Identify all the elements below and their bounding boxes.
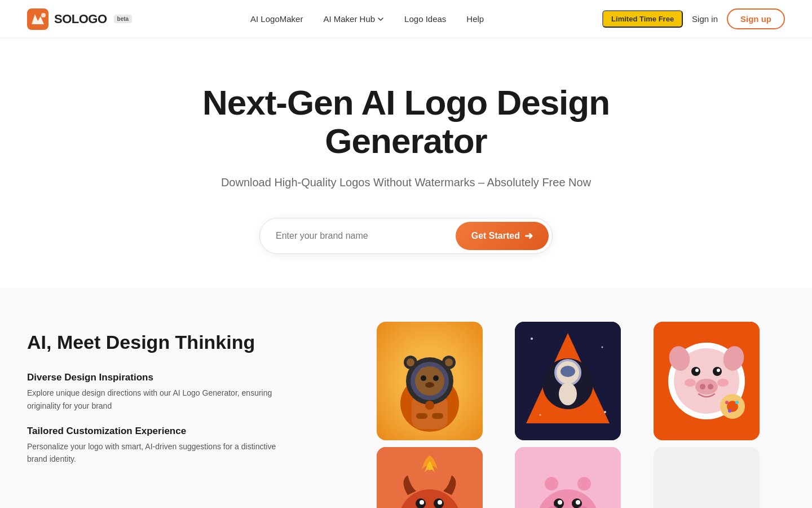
limited-time-badge[interactable]: Limited Time Free [602, 10, 683, 28]
svg-point-36 [695, 379, 718, 395]
svg-point-63 [577, 477, 591, 491]
feature-item-tailored: Tailored Customization Experience Person… [27, 426, 343, 466]
svg-rect-17 [432, 413, 443, 419]
nav-links: AI LogoMaker AI Maker Hub Logo Ideas Hel… [250, 14, 484, 24]
feature-desc-tailored: Personalize your logo with smart, AI-dri… [27, 440, 298, 466]
svg-point-8 [421, 375, 426, 381]
svg-point-37 [700, 384, 705, 389]
nav-link-help[interactable]: Help [466, 14, 484, 24]
svg-point-47 [717, 379, 729, 387]
svg-point-27 [540, 414, 541, 416]
svg-point-1 [41, 13, 46, 17]
svg-point-53 [438, 500, 442, 505]
hero-subtitle: Download High-Quality Logos Without Wate… [221, 174, 591, 191]
signin-link[interactable]: Sign in [692, 14, 718, 24]
svg-point-45 [728, 409, 731, 413]
brand-name: SOLOGO [54, 12, 107, 27]
logo-card-placeholder [654, 447, 760, 508]
logo-card-bear [377, 322, 483, 440]
svg-rect-0 [27, 8, 48, 30]
pig-mascot-svg [654, 322, 760, 440]
svg-point-24 [561, 366, 575, 377]
logo-card-grid [343, 322, 785, 508]
logo-card-bull [377, 447, 483, 508]
hero-section: Next-Gen AI Logo Design Generator Downlo… [0, 38, 812, 288]
nav-actions: Limited Time Free Sign in Sign up [602, 8, 785, 29]
brand-search-bar: Get Started ➜ [259, 218, 553, 254]
hero-title: Next-Gen AI Logo Design Generator [164, 84, 648, 160]
features-section: AI, Meet Design Thinking Diverse Design … [0, 288, 812, 508]
features-title: AI, Meet Design Thinking [27, 331, 343, 354]
signup-button[interactable]: Sign up [727, 8, 785, 29]
nav-logo-area: SOLOGO beta [27, 8, 132, 30]
logo-card-pig [654, 322, 760, 440]
nav-link-ai-maker-hub[interactable]: AI Maker Hub [323, 14, 384, 24]
svg-point-7 [415, 366, 444, 396]
svg-point-25 [531, 338, 533, 340]
svg-point-23 [559, 383, 577, 405]
logo-card-pink [515, 447, 621, 508]
svg-point-46 [685, 379, 696, 387]
svg-point-52 [420, 500, 424, 505]
svg-point-10 [425, 382, 434, 388]
beta-badge: beta [114, 15, 133, 23]
nav-link-logo-ideas[interactable]: Logo Ideas [404, 14, 446, 24]
nav-link-ai-logomaker[interactable]: AI LogoMaker [250, 14, 303, 24]
svg-point-34 [695, 369, 699, 372]
bear-mascot-svg [377, 322, 483, 440]
astronaut-a-svg [515, 322, 621, 440]
bull-mascot-svg [377, 447, 483, 508]
svg-point-61 [576, 500, 580, 505]
feature-title-tailored: Tailored Customization Experience [27, 426, 343, 437]
feature-title-diverse: Diverse Design Inspirations [27, 372, 343, 383]
svg-point-26 [602, 347, 603, 348]
svg-point-15 [425, 401, 434, 410]
get-started-button[interactable]: Get Started ➜ [456, 222, 549, 250]
pink-mascot-svg [515, 447, 621, 508]
logo-card-astronaut [515, 322, 621, 440]
svg-rect-16 [416, 413, 427, 419]
brand-name-input[interactable] [276, 231, 456, 241]
navbar: SOLOGO beta AI LogoMaker AI Maker Hub Lo… [0, 0, 812, 38]
brand-logo-icon[interactable] [27, 8, 48, 30]
svg-point-62 [545, 477, 558, 491]
arrow-right-icon: ➜ [524, 230, 533, 242]
svg-point-12 [407, 358, 414, 366]
features-left: AI, Meet Design Thinking Diverse Design … [27, 322, 343, 479]
svg-point-35 [717, 369, 720, 372]
svg-point-14 [445, 358, 453, 366]
svg-point-9 [433, 375, 439, 381]
svg-point-44 [735, 401, 739, 404]
chevron-down-icon [377, 16, 384, 23]
svg-point-60 [558, 500, 562, 505]
svg-point-43 [725, 401, 729, 404]
feature-item-diverse: Diverse Design Inspirations Explore uniq… [27, 372, 343, 412]
svg-point-38 [708, 384, 713, 389]
feature-desc-diverse: Explore unique design directions with ou… [27, 387, 298, 412]
svg-point-28 [604, 411, 606, 413]
